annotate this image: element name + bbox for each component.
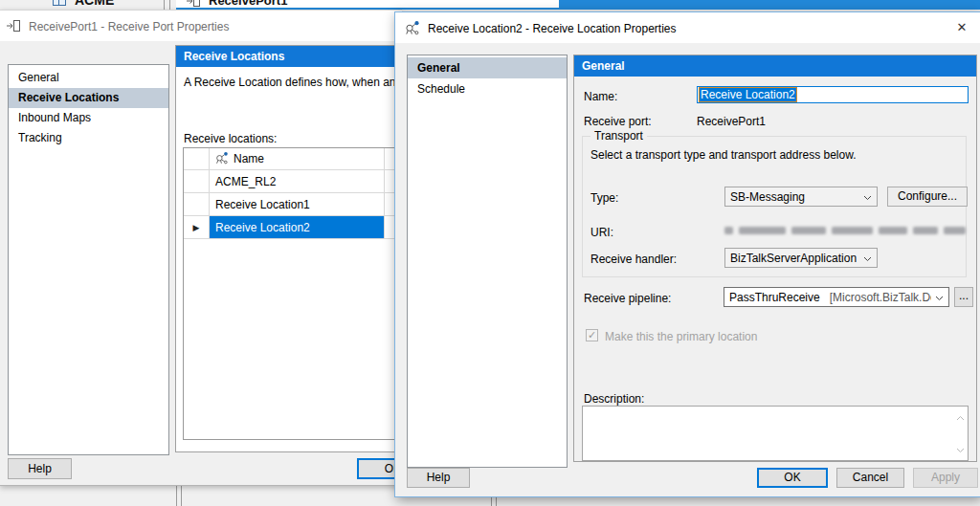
scroll-down-icon[interactable] xyxy=(956,443,965,456)
receive-port-properties-dialog: ReceivePort1 - Receive Port Properties G… xyxy=(0,10,402,486)
receive-handler-value: BizTalkServerApplication xyxy=(730,252,857,265)
row-name-cell: Receive Location1 xyxy=(210,193,385,215)
transport-hint: Select a transport type and transport ad… xyxy=(590,148,857,162)
selected-row-highlight xyxy=(559,0,980,10)
row-selector-cell xyxy=(184,193,210,215)
splitter-line[interactable] xyxy=(164,0,165,10)
panel-header: Receive Locations xyxy=(176,46,403,67)
nav-item-general[interactable]: General xyxy=(408,57,567,78)
pipeline-browse-button[interactable]: ... xyxy=(954,287,973,307)
nav-item-inbound-maps[interactable]: Inbound Maps xyxy=(9,108,168,128)
table-header-row: Name xyxy=(184,148,401,170)
row-selector-arrow-icon: ▶ xyxy=(193,223,200,232)
panel-description: A Receive Location defines how, when and… xyxy=(184,76,404,89)
scroll-up-icon[interactable] xyxy=(956,410,965,424)
receive-pipeline-label: Receive pipeline: xyxy=(584,292,671,305)
receive-handler-dropdown[interactable]: BizTalkServerApplication xyxy=(724,248,878,268)
back-dialog-nav: General Receive Locations Inbound Maps T… xyxy=(8,64,169,455)
pipeline-assembly: [Microsoft.BizTalk.Defau xyxy=(830,291,931,304)
close-icon[interactable]: ✕ xyxy=(951,18,972,37)
receive-locations-label: Receive locations: xyxy=(184,132,277,145)
row-selector-cell xyxy=(184,170,210,192)
nav-item-general[interactable]: General xyxy=(9,68,168,88)
uri-redacted-value xyxy=(724,227,966,234)
back-dialog-titlebar[interactable]: ReceivePort1 - Receive Port Properties xyxy=(0,11,402,41)
ok-button[interactable]: OK xyxy=(757,468,828,488)
name-input-selected-text: Receive Location2 xyxy=(700,88,796,101)
list-item-receiveport1[interactable]: ReceivePort1 xyxy=(209,0,287,8)
receive-port-label: Receive port: xyxy=(584,115,652,128)
help-button[interactable]: Help xyxy=(8,458,72,479)
back-dialog-panel: Receive Locations A Receive Location def… xyxy=(175,45,404,452)
description-textarea[interactable] xyxy=(582,406,969,461)
console-top-strip: ACME ReceivePort1 xyxy=(0,0,980,10)
splitter-line[interactable] xyxy=(176,484,177,506)
row-name-cell: ACME_RL2 xyxy=(210,170,385,192)
table-row[interactable]: Receive Location1 xyxy=(184,193,401,216)
type-dropdown[interactable]: SB-Messaging xyxy=(724,187,878,207)
row-name-cell: Receive Location2 xyxy=(210,216,385,238)
receive-handler-label: Receive handler: xyxy=(590,253,677,266)
transport-groupbox: Transport Select a transport type and tr… xyxy=(582,136,967,277)
name-label: Name: xyxy=(584,90,617,103)
checkmark-icon: ✓ xyxy=(588,329,596,341)
back-dialog-title: ReceivePort1 - Receive Port Properties xyxy=(29,20,229,33)
receive-pipeline-dropdown[interactable]: PassThruReceive [Microsoft.BizTalk.Defau xyxy=(724,287,949,307)
row-selector-cell: ▶ xyxy=(184,216,210,238)
apply-button: Apply xyxy=(913,468,978,488)
primary-location-checkbox: ✓ xyxy=(586,329,598,341)
help-button[interactable]: Help xyxy=(407,468,470,488)
splitter-line[interactable] xyxy=(181,484,182,506)
row-selector-header xyxy=(184,148,210,169)
name-column-header[interactable]: Name xyxy=(210,148,385,169)
table-row[interactable]: ACME_RL2 xyxy=(184,170,401,193)
chevron-down-icon xyxy=(859,190,872,204)
front-dialog-nav: General Schedule xyxy=(407,55,568,468)
nav-item-tracking[interactable]: Tracking xyxy=(9,128,168,148)
chevron-down-icon xyxy=(931,291,944,304)
front-dialog-title: Receive Location2 - Receive Location Pro… xyxy=(428,22,676,35)
splitter-line[interactable] xyxy=(169,0,170,10)
receive-locations-table: Name ACME_RL2 Receive Location1 ▶ Receiv… xyxy=(183,147,402,440)
receive-port-icon xyxy=(6,18,21,36)
receive-port-icon xyxy=(186,0,201,10)
tree-item-acme[interactable]: ACME xyxy=(75,0,114,8)
table-row-selected[interactable]: ▶ Receive Location2 xyxy=(184,216,401,239)
receive-location-icon xyxy=(405,20,420,38)
type-label: Type: xyxy=(590,191,618,205)
primary-location-label: Make this the primary location xyxy=(605,330,757,343)
front-dialog-panel: General Name: Receive Location2 Receive … xyxy=(573,55,977,462)
screen: ACME ReceivePort1 ReceivePort1 - Receive… xyxy=(0,0,980,506)
chevron-down-icon xyxy=(859,252,872,265)
type-value: SB-Messaging xyxy=(730,190,805,204)
receive-port-value: ReceivePort1 xyxy=(697,115,766,128)
front-dialog-titlebar[interactable]: Receive Location2 - Receive Location Pro… xyxy=(395,12,980,43)
application-icon xyxy=(52,0,67,10)
name-input[interactable]: Receive Location2 xyxy=(697,86,969,103)
pipeline-value: PassThruReceive xyxy=(729,291,820,304)
receive-location-icon xyxy=(215,151,229,167)
cancel-button[interactable]: Cancel xyxy=(836,468,904,488)
uri-label: URI: xyxy=(590,226,613,239)
transport-legend: Transport xyxy=(590,129,647,143)
nav-item-receive-locations[interactable]: Receive Locations xyxy=(9,88,168,108)
configure-button[interactable]: Configure... xyxy=(887,187,968,207)
panel-header: General xyxy=(574,55,976,77)
nav-item-schedule[interactable]: Schedule xyxy=(408,78,567,99)
description-label: Description: xyxy=(584,392,644,406)
receive-location-properties-dialog: Receive Location2 - Receive Location Pro… xyxy=(394,11,980,497)
